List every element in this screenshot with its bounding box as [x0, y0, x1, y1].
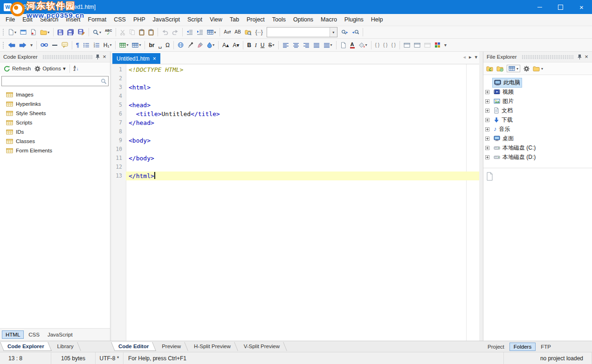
expand-icon[interactable] [485, 118, 489, 122]
save-as-button[interactable] [76, 28, 86, 36]
editor-line-13[interactable]: 13</html> [112, 172, 479, 180]
editor-line-11[interactable]: 11</body> [112, 154, 479, 163]
more-buttons-button[interactable]: ▾ [443, 41, 448, 49]
editor-line-10[interactable]: 10 [112, 145, 479, 154]
table-tools-button[interactable]: ▾ [131, 41, 142, 49]
italic-button[interactable]: I [254, 41, 258, 49]
underline-button[interactable]: U [259, 41, 266, 49]
panel-tab-code-explorer[interactable]: Code Explorer [1, 342, 51, 351]
curly-braces-2-button[interactable]: { } [382, 41, 389, 49]
file-tree-item-videos[interactable]: 视频 [483, 87, 592, 96]
folder-menu-button[interactable]: ▾ [533, 66, 543, 71]
explorer-tab-project[interactable]: Project [484, 343, 508, 350]
new-from-template-button[interactable] [29, 28, 38, 36]
expand-icon[interactable] [485, 146, 489, 150]
navigate-forward-button[interactable] [18, 41, 28, 48]
outdent-button[interactable] [185, 28, 194, 36]
align-left-button[interactable] [281, 41, 290, 49]
code-explorer-item-form-elements[interactable]: Form Elements [0, 146, 110, 155]
strikethrough-button[interactable]: S▾ [267, 41, 276, 49]
curly-braces-1-button[interactable]: { } [374, 41, 381, 49]
language-tab-html[interactable]: HTML [2, 330, 24, 339]
menu-script[interactable]: Script [184, 14, 206, 26]
page-properties-button[interactable] [339, 41, 348, 49]
special-character-button[interactable]: Ω [164, 41, 171, 49]
line-break-button[interactable]: br [147, 41, 156, 49]
expand-icon[interactable] [485, 137, 489, 141]
expand-icon[interactable] [485, 90, 489, 94]
find-button[interactable]: A⇄ [222, 28, 232, 36]
document-tab[interactable]: Untitled1.htm × [112, 53, 160, 64]
chevron-down-icon[interactable]: ▾ [330, 27, 337, 37]
color-picker-button[interactable] [186, 41, 195, 49]
menu-edit[interactable]: Edit [19, 14, 36, 26]
extensions-button[interactable] [433, 41, 442, 49]
replace-button[interactable]: AB [233, 28, 242, 36]
search-term-combobox[interactable]: ▾ [267, 27, 337, 37]
tab-close-icon[interactable]: × [153, 56, 156, 61]
palette-button[interactable]: ▾ [206, 41, 216, 49]
expand-icon[interactable] [485, 155, 489, 159]
menu-format[interactable]: Format [84, 14, 110, 26]
code-editor[interactable]: 1<!DOCTYPE HTML>23<html>45<head>6 <title… [112, 64, 479, 341]
editor-line-4[interactable]: 4 [112, 92, 479, 101]
line-spacing-button[interactable]: ▾ [322, 41, 334, 49]
indent-button[interactable] [195, 28, 205, 36]
bold-button[interactable]: B [246, 41, 253, 49]
expand-icon[interactable] [485, 99, 489, 103]
menu-macro[interactable]: Macro [317, 14, 341, 26]
open-in-browser-button[interactable] [19, 28, 28, 36]
editor-line-9[interactable]: 9<body> [112, 136, 479, 145]
explorer-tab-folders[interactable]: Folders [509, 343, 536, 351]
editor-line-3[interactable]: 3<html> [112, 83, 479, 92]
code-explorer-search-input[interactable] [2, 78, 99, 84]
non-breaking-space-button[interactable]: ␣ [157, 41, 163, 49]
menu-php[interactable]: PHP [130, 14, 149, 26]
maximize-button[interactable] [550, 0, 571, 14]
code-explorer-item-style-sheets[interactable]: Style Sheets [0, 109, 110, 118]
toolbar-grip[interactable] [2, 41, 5, 49]
ordered-list-button[interactable]: 123 [92, 41, 101, 49]
file-tree-item-pictures[interactable]: 图片 [483, 96, 592, 106]
save-all-button[interactable] [66, 28, 76, 36]
code-explorer-item-classes[interactable]: Classes [0, 137, 110, 146]
menu-tools[interactable]: Tools [268, 14, 289, 26]
toolbar-grip[interactable] [2, 28, 5, 36]
editor-line-5[interactable]: 5<head> [112, 101, 479, 110]
pin-icon[interactable] [576, 54, 583, 60]
heading-button[interactable]: H₁▾ [102, 41, 113, 49]
find-next-button[interactable] [340, 28, 350, 36]
navigate-menu-button[interactable]: ▾ [29, 41, 34, 49]
insert-iframe-button[interactable] [413, 41, 422, 49]
font-color-button[interactable]: A [349, 41, 356, 49]
tab-scroll-left-icon[interactable]: ◂ [463, 54, 466, 60]
menu-search[interactable]: Search [36, 14, 62, 26]
file-tree-item-this-pc[interactable]: 此电脑 [483, 78, 592, 87]
tab-scroll-right-icon[interactable]: ▸ [469, 54, 472, 60]
editor-line-7[interactable]: 7</head> [112, 118, 479, 127]
layout-view-button[interactable]: ▾ [206, 28, 217, 36]
menu-insert[interactable]: Insert [62, 14, 84, 26]
panel-drag-area[interactable] [522, 55, 574, 59]
increase-font-size-button[interactable]: A▴ [221, 41, 230, 49]
expand-icon[interactable] [485, 127, 489, 131]
insert-table-button[interactable]: ▾ [118, 41, 130, 49]
close-button[interactable]: × [571, 0, 592, 14]
align-justify-button[interactable] [312, 41, 321, 49]
language-tab-javascript[interactable]: JavaScript [44, 331, 76, 338]
menu-plugins[interactable]: Plugins [341, 14, 367, 26]
align-center-button[interactable] [291, 41, 301, 49]
file-tree-item-desktop[interactable]: 桌面 [483, 134, 592, 143]
explorer-tab-ftp[interactable]: FTP [537, 343, 555, 350]
view-tab-preview[interactable]: Preview [155, 342, 187, 351]
insert-horizontal-rule-button[interactable] [50, 42, 59, 48]
browse-folder-button[interactable] [486, 66, 493, 71]
insert-hyperlink-button[interactable] [39, 42, 49, 48]
file-tree-item-music[interactable]: ♪音乐 [483, 124, 592, 134]
save-button[interactable] [56, 28, 65, 36]
menu-view[interactable]: View [206, 14, 226, 26]
format-painter-button[interactable] [196, 41, 205, 49]
menu-help[interactable]: Help [367, 14, 387, 26]
zoom-button[interactable]: ▾ [91, 28, 103, 36]
editor-line-8[interactable]: 8 [112, 127, 479, 136]
